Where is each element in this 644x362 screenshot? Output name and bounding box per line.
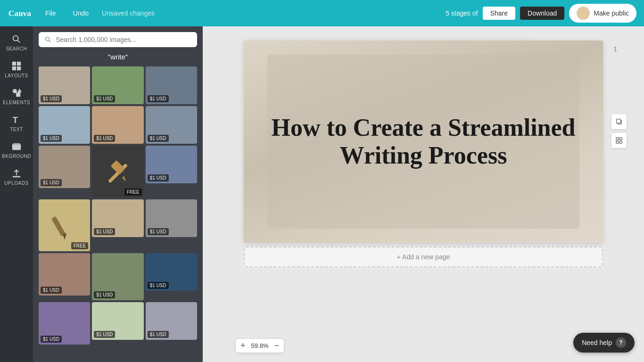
search-input-wrap[interactable] (39, 32, 197, 47)
svg-rect-24 (619, 138, 622, 140)
image-price: $1 USD (148, 135, 169, 142)
pen-icon (101, 155, 134, 188)
sidebar-background-label: BKGROUND (2, 154, 31, 159)
canvas-title[interactable]: How to Create a Streamlined Writing Proc… (262, 114, 585, 170)
svg-rect-22 (617, 119, 621, 123)
svg-rect-8 (16, 92, 20, 97)
download-button[interactable]: Download (520, 7, 564, 20)
svg-rect-26 (619, 141, 622, 144)
image-price: $1 USD (94, 95, 115, 102)
svg-line-2 (17, 40, 20, 42)
need-help-button[interactable]: Need help ? (573, 333, 635, 353)
list-item[interactable]: $1 USD (39, 106, 90, 144)
left-sidebar: SEARCH LAYOUTS ELEMENTS T TEXT BKGROUND … (0, 26, 33, 362)
image-price: $1 USD (41, 95, 62, 102)
svg-rect-5 (12, 66, 16, 70)
undo-button[interactable]: Undo (69, 8, 92, 19)
list-item[interactable]: $1 USD (146, 106, 197, 144)
list-item[interactable]: $1 USD (146, 146, 197, 183)
svg-rect-25 (616, 141, 619, 144)
image-price: $1 USD (148, 228, 169, 235)
list-item[interactable]: $1 USD (92, 302, 143, 340)
file-menu-button[interactable]: File (41, 8, 60, 19)
svg-rect-19 (51, 216, 66, 237)
sidebar-search-label: SEARCH (6, 46, 27, 51)
image-price: $1 USD (41, 336, 62, 343)
sidebar-layouts-label: LAYOUTS (5, 73, 28, 78)
duplicate-tool[interactable] (611, 114, 627, 129)
list-item[interactable]: $1 USD (92, 106, 143, 144)
search-icon (44, 36, 52, 43)
sidebar-item-background[interactable]: BKGROUND (1, 138, 32, 163)
list-item[interactable]: $1 USD (39, 146, 90, 188)
share-button[interactable]: Share (483, 7, 515, 20)
svg-text:Canva: Canva (8, 9, 31, 18)
list-item[interactable]: $1 USD (92, 199, 143, 237)
image-price: $1 USD (148, 95, 169, 102)
image-free-badge: FREE (71, 242, 89, 249)
image-price: $1 USD (148, 331, 169, 338)
svg-rect-11 (12, 144, 21, 150)
zoom-out-button[interactable]: − (274, 341, 280, 351)
grid-tool[interactable] (611, 133, 627, 148)
need-help-label: Need help (582, 339, 612, 346)
image-price: $1 USD (94, 135, 115, 142)
nav-right: 5 stages of Share Download Make public (446, 4, 636, 23)
list-item[interactable]: $1 USD (146, 199, 197, 237)
canvas-side-tools (611, 114, 627, 148)
list-item[interactable]: $1 USD (146, 253, 197, 291)
canvas-title-line2: Writing Process (340, 142, 507, 169)
image-price: $1 USD (94, 331, 115, 338)
list-item[interactable]: $1 USD (92, 253, 143, 300)
sidebar-item-elements[interactable]: ELEMENTS (1, 84, 32, 109)
image-price: $1 USD (41, 179, 62, 186)
add-new-page-button[interactable]: + Add a new page (244, 247, 603, 267)
search-panel: "write" $1 USD $1 USD $1 USD $1 USD $1 U… (33, 26, 203, 362)
canva-logo[interactable]: Canva (8, 7, 32, 19)
sidebar-item-layouts[interactable]: LAYOUTS (1, 57, 32, 82)
list-item[interactable]: FREE (39, 199, 90, 251)
list-item[interactable]: $1 USD (39, 66, 90, 104)
image-free-badge: FREE (124, 189, 142, 196)
svg-rect-3 (12, 62, 16, 66)
search-query-label: "write" (39, 53, 197, 61)
image-price: $1 USD (148, 174, 169, 181)
search-input[interactable] (56, 36, 191, 43)
zoom-value: 59.8% (249, 342, 271, 349)
svg-marker-9 (17, 89, 22, 92)
list-item[interactable]: $1 USD (146, 66, 197, 104)
svg-rect-12 (13, 143, 20, 145)
image-price: $1 USD (41, 287, 62, 294)
sidebar-item-search[interactable]: SEARCH (1, 30, 32, 55)
svg-text:T: T (13, 115, 18, 125)
list-item[interactable]: $1 USD (92, 66, 143, 104)
image-price: $1 USD (41, 135, 62, 142)
zoom-in-button[interactable]: + (240, 341, 246, 351)
svg-rect-23 (616, 138, 619, 140)
nav-left: Canva File Undo Unsaved changes (8, 7, 155, 19)
sidebar-elements-label: ELEMENTS (3, 100, 30, 105)
svg-marker-18 (122, 176, 126, 182)
list-item[interactable]: $1 USD (39, 253, 90, 296)
list-item[interactable]: $1 USD (39, 302, 90, 345)
main-canvas-area: 1 How to Create a Streamlined Writing Pr… (203, 26, 644, 362)
canvas-wrapper: 1 How to Create a Streamlined Writing Pr… (244, 41, 603, 267)
top-navigation: Canva File Undo Unsaved changes 5 stages… (0, 0, 644, 26)
list-item[interactable]: FREE (92, 146, 143, 197)
svg-rect-17 (111, 160, 125, 175)
svg-rect-4 (17, 62, 21, 66)
stages-text: 5 stages of (446, 9, 478, 17)
image-grid: $1 USD $1 USD $1 USD $1 USD $1 USD $1 US… (39, 66, 197, 345)
svg-line-15 (49, 41, 51, 42)
sidebar-item-uploads[interactable]: UPLOADS (1, 165, 32, 189)
svg-point-14 (46, 37, 50, 41)
unsaved-changes-indicator: Unsaved changes (102, 9, 155, 17)
svg-rect-6 (17, 66, 21, 70)
make-public-button[interactable]: Make public (569, 4, 636, 23)
avatar (577, 7, 590, 20)
sidebar-item-text[interactable]: T TEXT (1, 111, 32, 136)
make-public-label: Make public (594, 9, 629, 17)
list-item[interactable]: $1 USD (146, 302, 197, 340)
svg-point-1 (13, 36, 18, 41)
canvas-page[interactable]: How to Create a Streamlined Writing Proc… (244, 41, 603, 243)
